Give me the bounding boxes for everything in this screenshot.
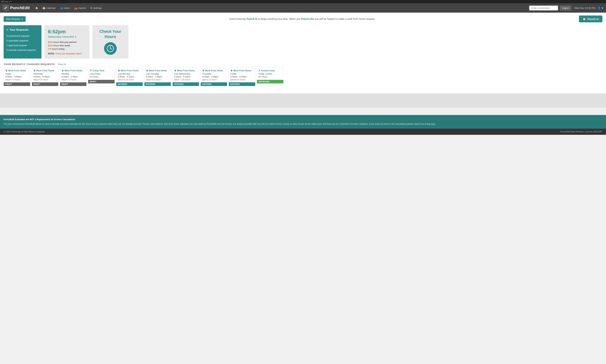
request-time: 9:30am - 5:00pm <box>202 76 226 78</box>
your-requests-card: ≡ Your Requests 4 unresolved requests 0 … <box>4 25 41 59</box>
request-hours: about 8.25 hours <box>118 78 141 81</box>
stat-unresolved: 4 unresolved requests <box>6 34 39 38</box>
request-card[interactable]: 🖥 Work From Home Today 9:30am - 5:56pm a… <box>4 68 30 86</box>
nav-right: Log in Wed Nov 4 6:52 PM 👤 ▾ <box>529 6 603 11</box>
note-label: NOTE: <box>48 52 55 55</box>
time-card: 6:52pm Wednesday, November 4 23.0 hours … <box>44 25 89 59</box>
disclaimer-link[interactable]: here <box>431 123 435 125</box>
request-hours: about 7.0 hours <box>202 78 226 81</box>
week-label-pre: hours <box>53 44 60 47</box>
request-card[interactable]: 🖥 Work From Home Last Tuesday 9:30am - 7… <box>144 68 171 86</box>
request-time: 8.0 hours <box>258 76 282 78</box>
punch-out-link[interactable]: Punch Out <box>301 17 314 20</box>
request-type-label: Work From Home <box>64 69 82 72</box>
request-hours: about 7.5 hours <box>62 78 85 81</box>
status-badge: ENTERED <box>116 82 143 86</box>
request-day: Today <box>5 73 29 75</box>
request-card[interactable]: 🖥 Work From Home Monday 9:30am - 5:44pm … <box>60 68 87 86</box>
greeting-text: Good Evening! Punch In to begin tracking… <box>26 17 579 20</box>
status-badge: ENTERED <box>229 82 255 86</box>
pay-period-hours-value: 23.0 <box>48 41 53 43</box>
request-card[interactable]: 🖥 Work From Home Thursday 9:30am - 5:00p… <box>201 68 227 86</box>
today-label-pre: hours <box>52 48 58 50</box>
request-type-icon: 🖥 <box>5 69 7 72</box>
nav-calendar[interactable]: 📅 Calendar <box>40 6 57 11</box>
login-button[interactable]: Log in <box>560 6 571 11</box>
punch-in-link[interactable]: Punch In <box>247 17 257 20</box>
check-hours-card[interactable]: Check Your Hours <box>92 25 128 59</box>
today-hours-value: 7.0 <box>48 48 51 50</box>
request-type-icon: 🖥 <box>118 69 120 72</box>
debug-bar: 897.8 ms × 4 <box>0 0 606 3</box>
request-card[interactable]: 🖥 Work From Home Yesterday 9:30am - 6:30… <box>32 68 58 86</box>
request-card[interactable]: 🖥 Work From Home Last Monday 9:30am - 6:… <box>116 68 143 86</box>
request-type: 🖥 Work From Home <box>230 69 254 72</box>
svg-point-3 <box>110 48 111 49</box>
request-type-icon: 🖥 <box>62 69 64 72</box>
stat-resolved: 6 recently resolved requests <box>6 48 39 52</box>
your-requests-title: ≡ Your Requests <box>6 28 39 31</box>
nav-users[interactable]: 👥 Users <box>58 6 72 11</box>
clock-icon <box>104 42 117 55</box>
status-badge: APPROVED <box>257 80 283 83</box>
greeting-suffix: you will be helped to make a work from h… <box>314 17 375 20</box>
request-type: 🖥 Work From Home <box>5 69 29 72</box>
settings-icon: ⚙ <box>90 7 92 9</box>
footer-disclaimer: PunchEdit Estimates are NOT a Replacemen… <box>0 115 606 129</box>
request-time: 9:30am - 6:30pm <box>230 76 254 78</box>
grey-spacer <box>0 93 606 108</box>
calendar-icon: 📅 <box>42 7 45 9</box>
nav-calendar-label: Calendar <box>46 7 56 9</box>
request-card[interactable]: 🖥 Work From Home Friday 9:30am - 6:30pm … <box>229 68 256 86</box>
request-type: 🖥 Work From Home <box>174 69 198 72</box>
request-type-icon: 🖥 <box>230 69 232 72</box>
request-hours: about 7.25 hours <box>174 78 198 81</box>
punch-in-button[interactable]: ⏰ Punch In <box>579 15 602 22</box>
brand-name: PunchEdit <box>10 6 30 10</box>
note-text: These are estimated values <box>55 52 82 55</box>
request-hours: about 8.5 hours <box>33 78 57 81</box>
nav-settings[interactable]: ⚙ Settings <box>88 6 104 11</box>
new-request-label: New Request <box>6 18 20 20</box>
request-card[interactable]: ✈ Annual Leave Friday 12/4/20 8.0 hours … <box>257 68 283 86</box>
note: NOTE: These are estimated values <box>48 52 86 55</box>
request-card-body: 🖥 Work From Home Last Tuesday 9:30am - 7… <box>145 68 171 82</box>
copyright: © 2020 University of New Mexico Hospital… <box>4 130 45 133</box>
user-menu-button[interactable]: 👤 ▾ <box>597 6 603 10</box>
nav-settings-label: Settings <box>93 7 102 9</box>
list-icon: ≡ <box>6 28 8 31</box>
request-card[interactable]: 🖥 Work From Home Last Wednesday 9:30am -… <box>172 68 199 86</box>
request-type-label: Work From Home <box>36 69 54 72</box>
request-card-body: 🖥 Work From Home Yesterday 9:30am - 6:30… <box>32 68 58 82</box>
main-content: New Request ▼ Good Evening! Punch In to … <box>0 13 606 93</box>
date-display: Wednesday, November 4 <box>48 35 86 38</box>
username-input[interactable] <box>529 6 558 11</box>
request-day: Monday <box>62 73 85 75</box>
request-day: Yesterday <box>33 73 57 75</box>
request-card-body: ✈ Annual Leave Friday 12/4/20 8.0 hours <box>257 68 283 80</box>
request-type: 🖥 Work From Home <box>118 69 141 72</box>
request-type-label: Comp Time <box>93 69 104 72</box>
version: PunchEdit Beta Release, Commit c96222b7 <box>560 130 602 133</box>
request-time: 9:30am - 5:56pm <box>5 76 29 78</box>
request-type-icon: ✈ <box>258 69 260 72</box>
request-time: 9:30am - 6:12pm <box>118 76 141 78</box>
request-card[interactable]: ⏱ Comp Time Last Friday 0.5 hours DRAFT <box>88 68 115 86</box>
recently-changed-section: YOUR RECENTLY CHANGED REQUESTS View All … <box>4 63 602 86</box>
new-request-button[interactable]: New Request ▼ <box>4 16 26 22</box>
recently-changed-title: YOUR RECENTLY CHANGED REQUESTS <box>4 63 55 65</box>
week-hours: 23.0 hours this week <box>48 44 86 47</box>
request-type: 🖥 Work From Home <box>33 69 57 72</box>
greeting-prefix: Good Evening! <box>229 17 247 20</box>
brand-icon: 🖊 <box>3 5 9 11</box>
nav-home[interactable]: 🏠 <box>33 6 40 11</box>
nav-imports[interactable]: 📥 Imports <box>72 6 88 11</box>
request-day: Last Friday <box>90 73 113 75</box>
status-badge: DRAFT <box>60 82 86 86</box>
check-hours-title: Check Your Hours <box>96 29 125 39</box>
status-badge: ENTERED <box>201 82 227 86</box>
brand[interactable]: 🖊 PunchEdit <box>3 5 30 11</box>
view-all-link[interactable]: View All <box>58 63 66 65</box>
disclaimer-title: PunchEdit Estimates are NOT a Replacemen… <box>4 118 602 121</box>
request-type-icon: ⏱ <box>90 69 92 72</box>
